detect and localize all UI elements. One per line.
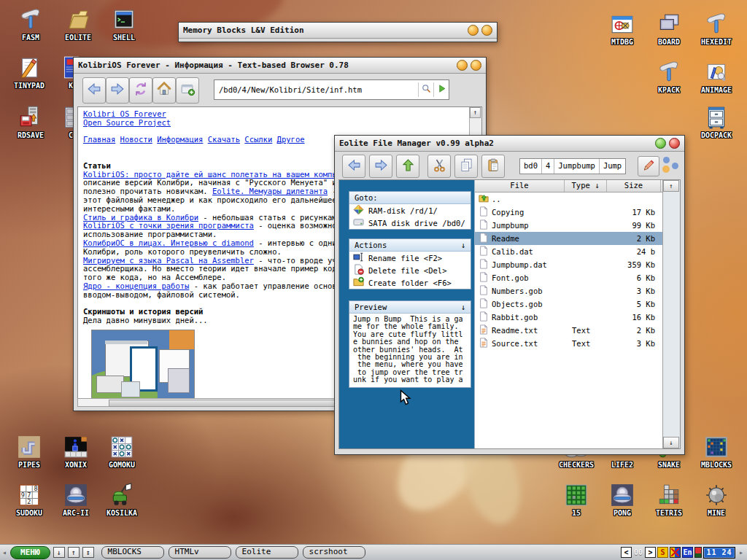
file-row[interactable]: Rabbit.gob16 Kb — [475, 311, 662, 324]
sidebar-item[interactable]: Delete file <Del> — [349, 264, 471, 276]
up-button[interactable] — [396, 155, 419, 178]
task-button-mblocks[interactable]: MBLOCKS — [101, 546, 164, 559]
content-link[interactable]: Ссылки — [244, 135, 272, 144]
file-row[interactable]: .. — [475, 192, 662, 206]
content-link[interactable]: Open Source Project — [83, 118, 171, 127]
file-list-scrollbar[interactable]: ↑ ↓ — [662, 180, 680, 448]
forward-button[interactable] — [369, 155, 392, 178]
task-button-htmlv[interactable]: HTMLv — [169, 546, 231, 559]
close-button[interactable] — [471, 60, 481, 71]
breadcrumb-segment[interactable]: Jump — [600, 159, 625, 174]
search-button[interactable] — [418, 82, 433, 97]
file-row[interactable]: Readme2 Kb — [475, 232, 662, 245]
edit-path-button[interactable] — [638, 156, 659, 176]
browser-titlebar[interactable]: KolibriOS Forever - Информация - Text-ba… — [74, 58, 486, 74]
sidebar-item[interactable]: SATA disk drive /bd0/ — [349, 217, 471, 229]
minimize-button[interactable] — [457, 60, 468, 71]
desktop-icon-gomoku[interactable]: GOMOKU — [94, 435, 150, 470]
task-button-eolite[interactable]: Eolite — [236, 546, 298, 559]
taskbar-left-arrow-icon[interactable]: ◂ — [0, 548, 9, 556]
content-link[interactable]: Главная — [83, 135, 115, 144]
file-row[interactable]: Source.txtText3 Kb — [475, 337, 662, 350]
tray-status-indicator-icon[interactable] — [694, 547, 702, 558]
breadcrumb-segment[interactable]: Jumpbump — [554, 159, 600, 174]
home-button[interactable] — [152, 77, 176, 104]
content-link[interactable]: Информация — [157, 135, 203, 144]
content-link[interactable]: Скачать — [208, 135, 240, 144]
column-header-size[interactable]: Size — [607, 180, 661, 192]
desktop-icon-mine[interactable]: MINE — [689, 483, 744, 518]
tray-s-icon[interactable]: S — [657, 547, 668, 558]
content-link[interactable]: Ядро - концепция работы — [83, 281, 189, 290]
go-button[interactable] — [433, 82, 449, 97]
content-link[interactable]: Eolite. Мемуары дилетанта — [212, 187, 328, 195]
content-link[interactable]: Kolibri OS Forever — [83, 109, 166, 118]
breadcrumb-segment[interactable]: 4 — [542, 159, 554, 174]
content-link[interactable]: Мигрируем с языка Pascal на Assembler — [83, 256, 254, 265]
minimize-button[interactable] — [655, 138, 666, 149]
window-control-button[interactable]: ↕ — [82, 547, 94, 558]
desktop-icon-mblocks[interactable]: MBLOCKS — [689, 435, 744, 470]
path-breadcrumb[interactable]: bd04JumpbumpJump — [519, 158, 626, 174]
file-row[interactable]: Calib.dat24 b — [475, 245, 662, 258]
content-link[interactable]: KolibriOS: просто дайте ей шанс полетать… — [83, 170, 351, 179]
desktop-icon-kosilka[interactable]: KOSILKA — [94, 483, 150, 518]
scrollbar-thumb[interactable] — [109, 400, 338, 407]
refresh-button[interactable] — [129, 77, 152, 104]
settings-dots[interactable] — [661, 156, 680, 175]
back-button[interactable] — [82, 77, 106, 104]
new-tab-button[interactable] — [176, 77, 199, 104]
copy-button[interactable] — [454, 155, 478, 178]
tray-mail-x-icon[interactable] — [670, 547, 681, 558]
content-link[interactable]: КолибриОС в лицах. Интервью с diamond — [83, 238, 254, 247]
file-row[interactable]: Jumpbump99 Kb — [475, 219, 662, 232]
sidebar-item[interactable]: Create folder <F6> — [349, 276, 471, 289]
taskbar-clock[interactable]: 11 24 — [703, 547, 735, 559]
desktop-icon-docpack[interactable]: DOCPACK — [689, 105, 744, 140]
forward-button[interactable] — [106, 77, 129, 104]
minimize-button[interactable] — [468, 25, 479, 36]
file-row[interactable]: Objects.gob5 Kb — [475, 298, 662, 311]
back-button[interactable] — [342, 155, 365, 178]
breadcrumb-segment[interactable]: bd0 — [520, 159, 542, 174]
scroll-down-button[interactable]: ↓ — [663, 437, 679, 448]
file-row[interactable]: Readme.txtText2 Kb — [475, 324, 662, 337]
scroll-up-button[interactable]: ↑ — [470, 107, 481, 118]
close-button[interactable] — [669, 138, 680, 149]
file-row[interactable]: Jumpbump.dat359 Kb — [475, 258, 662, 271]
sidebar-item[interactable]: Rename file <F2> — [349, 252, 471, 264]
tray-prev-button[interactable]: < — [621, 547, 632, 558]
file-list-header[interactable]: FileType ↓Size — [475, 180, 662, 192]
desktop-icon-animage[interactable]: ANIMAGE — [689, 60, 744, 95]
eolite-titlebar[interactable]: Eolite File Manager v0.99 alpha2 — [335, 136, 684, 152]
menu-button[interactable]: МЕНЮ — [10, 546, 50, 559]
address-input[interactable]: /bd0/4/New/Kolibri/Site/inf.htm — [214, 85, 418, 94]
content-link[interactable]: Новости — [120, 135, 152, 144]
collapse-arrow-icon[interactable]: ↓ — [461, 301, 465, 313]
taskbar-right-arrow-icon[interactable]: ▸ — [737, 548, 746, 556]
memory-blocks-titlebar[interactable]: Memory Blocks L&V Edition — [179, 23, 497, 39]
tray-next-button[interactable]: > — [645, 547, 656, 558]
file-row[interactable]: Numbers.gob3 Kb — [475, 284, 662, 298]
memory-blocks-window[interactable]: Memory Blocks L&V Edition — [178, 22, 498, 42]
window-control-button[interactable]: ↑ — [68, 547, 80, 558]
paste-button[interactable] — [481, 155, 505, 178]
column-header-file[interactable]: File — [475, 180, 565, 192]
desktop-icon-hexedit[interactable]: HEXEDIT — [689, 12, 744, 47]
column-header-type[interactable]: Type ↓ — [565, 180, 607, 192]
file-row[interactable]: Copying17 Kb — [475, 206, 662, 219]
keyboard-layout-indicator[interactable]: En — [682, 547, 693, 558]
content-link[interactable]: KolibriOS с точки зрения программиста — [83, 221, 254, 230]
file-row[interactable]: Font.gob6 Kb — [475, 271, 662, 284]
desktop-icon-shell[interactable]: SHELL — [96, 7, 152, 42]
task-button-scrshoot[interactable]: scrshoot — [303, 546, 365, 559]
cut-button[interactable] — [427, 155, 451, 178]
eolite-window[interactable]: Eolite File Manager v0.99 alpha2 bd04Jum… — [334, 135, 685, 455]
scroll-up-button[interactable]: ↑ — [663, 180, 679, 192]
window-control-button[interactable]: ↓ — [53, 547, 65, 558]
content-link[interactable]: Другое — [277, 135, 305, 144]
address-bar[interactable]: /bd0/4/New/Kolibri/Site/inf.htm — [214, 79, 449, 100]
collapse-arrow-icon[interactable]: ↓ — [461, 239, 465, 251]
content-link[interactable]: Стиль и графика в Колибри — [83, 213, 198, 222]
sidebar-item[interactable]: RAM-disk /rd/1/ — [349, 204, 471, 217]
